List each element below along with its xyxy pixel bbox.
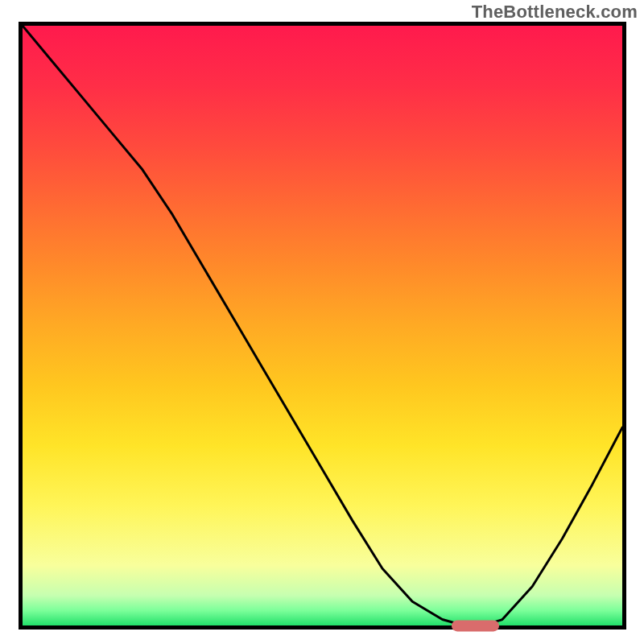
watermark-text: TheBottleneck.com xyxy=(472,2,638,23)
curve-line xyxy=(23,26,622,625)
plot-frame xyxy=(19,22,626,630)
chart-container: TheBottleneck.com xyxy=(0,0,644,644)
plot-inner xyxy=(23,26,622,625)
target-marker xyxy=(452,621,500,632)
